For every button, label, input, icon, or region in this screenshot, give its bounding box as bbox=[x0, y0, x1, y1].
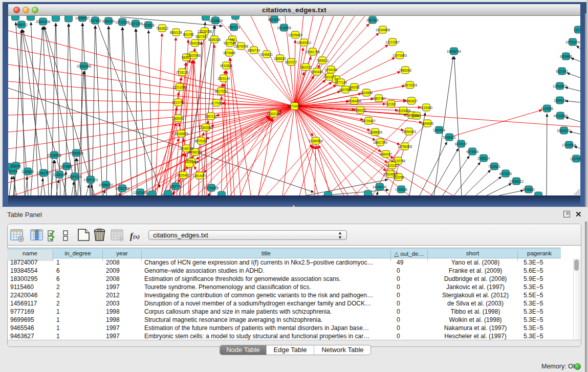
svg-text:14136141: 14136141 bbox=[373, 185, 387, 189]
svg-text:917006: 917006 bbox=[211, 101, 222, 105]
svg-text:5938923: 5938923 bbox=[443, 136, 455, 139]
svg-text:9146821: 9146821 bbox=[260, 53, 273, 56]
svg-text:16782759: 16782759 bbox=[115, 187, 129, 190]
svg-text:10961758: 10961758 bbox=[306, 50, 320, 54]
svg-text:9899695: 9899695 bbox=[421, 122, 433, 125]
svg-text:19166825: 19166825 bbox=[174, 132, 188, 136]
svg-text:9227342: 9227342 bbox=[556, 70, 568, 73]
svg-text:3624554: 3624554 bbox=[360, 91, 373, 95]
svg-text:17957223: 17957223 bbox=[83, 178, 98, 182]
svg-text:1733426: 1733426 bbox=[395, 188, 407, 191]
svg-text:8427552: 8427552 bbox=[215, 90, 227, 93]
svg-text:15751074: 15751074 bbox=[565, 40, 580, 44]
svg-text:1167533: 1167533 bbox=[570, 157, 580, 161]
svg-text:19654923: 19654923 bbox=[402, 130, 416, 134]
svg-text:10807487: 10807487 bbox=[372, 97, 386, 100]
svg-text:15640910: 15640910 bbox=[297, 41, 311, 45]
svg-text:(x): (x) bbox=[133, 233, 140, 240]
svg-text:12975115: 12975115 bbox=[403, 83, 417, 87]
svg-text:6466160: 6466160 bbox=[102, 19, 115, 23]
svg-text:546: 546 bbox=[230, 38, 235, 41]
svg-text:9777169: 9777169 bbox=[335, 81, 347, 84]
svg-text:10120746: 10120746 bbox=[391, 159, 405, 163]
svg-text:16033809: 16033809 bbox=[208, 19, 223, 23]
svg-text:10958107: 10958107 bbox=[99, 183, 113, 187]
svg-text:1640954: 1640954 bbox=[433, 128, 445, 132]
svg-text:18807249: 18807249 bbox=[373, 141, 387, 144]
svg-text:12923468: 12923468 bbox=[133, 191, 147, 194]
svg-text:17016504: 17016504 bbox=[562, 143, 576, 147]
svg-text:9245652: 9245652 bbox=[522, 188, 535, 191]
svg-text:2055712: 2055712 bbox=[15, 23, 28, 27]
svg-text:23226058: 23226058 bbox=[198, 30, 212, 33]
svg-text:17359924: 17359924 bbox=[69, 151, 83, 155]
svg-text:9844: 9844 bbox=[413, 114, 420, 118]
svg-text:10914479: 10914479 bbox=[192, 174, 207, 178]
svg-text:11325419: 11325419 bbox=[288, 33, 302, 37]
svg-text:8813054: 8813054 bbox=[268, 18, 280, 21]
svg-text:8878332: 8878332 bbox=[195, 139, 207, 143]
svg-text:11173: 11173 bbox=[574, 28, 580, 32]
svg-text:10756928: 10756928 bbox=[398, 145, 412, 148]
svg-text:8215955: 8215955 bbox=[541, 107, 553, 111]
svg-text:16154808: 16154808 bbox=[376, 28, 390, 32]
svg-text:7857224: 7857224 bbox=[228, 26, 240, 29]
svg-text:10655287: 10655287 bbox=[75, 16, 90, 20]
svg-text:20891406: 20891406 bbox=[36, 20, 50, 24]
svg-text:1527602: 1527602 bbox=[89, 19, 101, 23]
svg-text:7632621: 7632621 bbox=[488, 165, 500, 168]
svg-text:10688609: 10688609 bbox=[368, 130, 382, 134]
svg-text:6479197: 6479197 bbox=[455, 142, 467, 146]
svg-text:10543382: 10543382 bbox=[188, 41, 202, 45]
svg-text:62160: 62160 bbox=[386, 102, 396, 106]
svg-text:252254: 252254 bbox=[394, 176, 404, 179]
svg-text:15720407: 15720407 bbox=[361, 119, 376, 123]
svg-text:7485063: 7485063 bbox=[399, 69, 411, 72]
svg-text:9463627: 9463627 bbox=[405, 99, 418, 103]
svg-text:7955812: 7955812 bbox=[316, 59, 329, 62]
svg-text:10719185: 10719185 bbox=[115, 20, 129, 24]
svg-text:8660124: 8660124 bbox=[170, 31, 182, 34]
svg-text:20053346: 20053346 bbox=[77, 64, 91, 68]
svg-text:2718120: 2718120 bbox=[176, 71, 188, 74]
svg-text:8454749: 8454749 bbox=[248, 49, 260, 52]
svg-text:10025488: 10025488 bbox=[396, 109, 410, 113]
svg-text:9457791: 9457791 bbox=[169, 185, 182, 188]
svg-text:12213389: 12213389 bbox=[172, 85, 187, 89]
svg-text:18724007: 18724007 bbox=[288, 104, 302, 108]
svg-text:1615152: 1615152 bbox=[386, 164, 398, 167]
svg-text:1145194: 1145194 bbox=[53, 173, 66, 177]
svg-text:1244415: 1244415 bbox=[554, 99, 566, 102]
svg-text:2087682: 2087682 bbox=[366, 18, 379, 22]
svg-text:7625402: 7625402 bbox=[177, 173, 189, 177]
svg-text:9329966: 9329966 bbox=[560, 55, 572, 58]
svg-text:8471676: 8471676 bbox=[499, 172, 512, 176]
svg-text:10654112: 10654112 bbox=[509, 180, 524, 183]
svg-text:891295: 891295 bbox=[183, 33, 194, 36]
svg-text:746266: 746266 bbox=[349, 85, 360, 89]
svg-text:3875685: 3875685 bbox=[223, 51, 235, 55]
svg-text:2935114: 2935114 bbox=[477, 157, 490, 160]
svg-text:1362615: 1362615 bbox=[299, 65, 312, 69]
svg-text:12353594: 12353594 bbox=[199, 126, 213, 129]
svg-text:8186328: 8186328 bbox=[208, 38, 221, 41]
svg-text:19218506: 19218506 bbox=[277, 26, 291, 30]
svg-text:39159: 39159 bbox=[8, 169, 17, 173]
svg-text:1621072: 1621072 bbox=[323, 75, 336, 79]
svg-text:16046798: 16046798 bbox=[179, 147, 193, 150]
svg-text:1588520: 1588520 bbox=[274, 57, 286, 60]
svg-text:9975867: 9975867 bbox=[60, 165, 73, 168]
svg-text:14099489: 14099489 bbox=[184, 160, 199, 164]
svg-text:19384554: 19384554 bbox=[309, 139, 323, 143]
svg-text:10671355: 10671355 bbox=[128, 22, 143, 26]
svg-text:9084067: 9084067 bbox=[380, 152, 392, 156]
svg-text:7515526: 7515526 bbox=[142, 24, 155, 27]
svg-text:2803144: 2803144 bbox=[217, 77, 230, 80]
svg-text:9327500: 9327500 bbox=[195, 35, 208, 38]
svg-text:15716485: 15716485 bbox=[204, 186, 219, 190]
svg-text:9115460: 9115460 bbox=[420, 106, 432, 110]
svg-text:20206536: 20206536 bbox=[47, 154, 61, 157]
svg-text:16210643: 16210643 bbox=[553, 114, 568, 118]
svg-text:98901: 98901 bbox=[182, 56, 191, 59]
svg-text:935061: 935061 bbox=[11, 164, 21, 168]
